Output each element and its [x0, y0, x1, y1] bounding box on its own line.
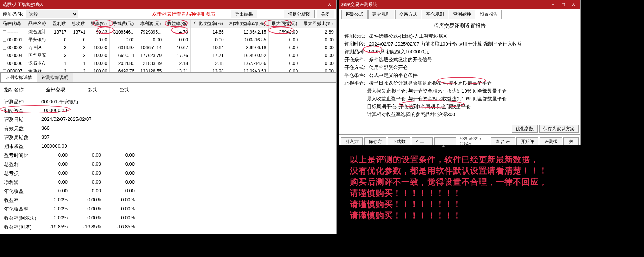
col-header[interactable]: 相对收益率α/β(%) [226, 20, 269, 28]
cell: 13741 [69, 28, 88, 36]
cell: 2.18 [164, 59, 191, 67]
detail-label: 评测日期 [4, 116, 41, 123]
report-tab[interactable]: 评测品种 [449, 10, 475, 19]
checkbox-icon[interactable] [3, 62, 6, 65]
cell: 0.00 [300, 44, 336, 51]
detail-value: 0.00% [41, 206, 75, 213]
col-header[interactable]: 最大回撤(元) [269, 20, 300, 28]
detail-value: 0.00% [109, 215, 142, 222]
table-row[interactable]: -------综合统计137171374199.833108546...7929… [0, 28, 336, 36]
close-icon[interactable]: X [325, 0, 334, 9]
detail-label: 总亏损 [4, 170, 41, 177]
detail-row: 收益率(贝塔)-16.85%-16.85%-16.85% [4, 223, 332, 232]
detail-value: 0.00 [41, 233, 75, 239]
cell: 13.09/-3.53 [226, 67, 269, 73]
tab-explain[interactable]: 评测指标说明 [37, 73, 73, 82]
checkbox-icon[interactable] [3, 54, 6, 57]
detail-value: 0 [41, 242, 75, 248]
table-row[interactable]: 000006深振业A11100.002034.8021833.892.182.1… [0, 59, 336, 67]
close-button-right[interactable]: 关闭 [563, 137, 579, 145]
report-value: 条件选股公式-(日线)-人工智能抄底X [369, 32, 447, 40]
cell: 万 科A [26, 44, 50, 51]
detail-row: 总亏损0.000.000.00 [4, 169, 332, 178]
detail-row: 期末权益1000000.00 [4, 142, 332, 151]
report-tab[interactable]: 平仓规则 [422, 10, 448, 19]
download-button[interactable]: 下载数据 [388, 137, 410, 145]
table-row[interactable]: 000002万 科A33100.006319.97106651.1410.671… [0, 44, 336, 51]
filter-label: 评测条件: [3, 11, 24, 18]
report-value: 按当日收盘价计算是否满足止损条件,按本周期最高价平仓 [369, 79, 492, 87]
detail-value: 366 [41, 125, 57, 132]
table-row[interactable]: 000007全新好33100.006492.76133126.5513.3113… [0, 67, 336, 73]
close-button[interactable]: 关闭 [317, 10, 334, 18]
save-default-button[interactable]: 保存为默认方案 [539, 125, 579, 133]
titlebar-left: 选股-人工智能抄底X X [0, 0, 336, 9]
minimize-icon[interactable]: − [548, 0, 557, 9]
cell: 6492.76 [110, 67, 137, 73]
close-icon[interactable]: X [569, 0, 578, 9]
save-plan-button[interactable]: 保存方案 [364, 137, 386, 145]
warning-line: 请谨慎购买！！！！！！！！ [350, 199, 569, 210]
detail-value: 0.00 [109, 161, 142, 168]
detail-value: 0.00 [75, 188, 109, 195]
tab-detail[interactable]: 评测指标详情 [0, 73, 37, 82]
eval-system-window: 程序交易评测系统 − □ X 评测公式建仓规则交易方式平仓规则评测品种设置报告 … [339, 0, 581, 145]
col-header[interactable]: 盈利数 [50, 20, 69, 28]
detail-label: 年化收益率 [4, 206, 41, 213]
import-button[interactable]: 引入方案 [341, 137, 363, 145]
checkbox-icon[interactable] [3, 69, 6, 73]
col-header[interactable]: 手续费(元) [110, 20, 137, 28]
report-key: 评测公式: [344, 32, 369, 40]
col-header[interactable]: 总次数 [69, 20, 88, 28]
report-value: 2024/02/07-2025/02/07 向前多取100个数据用于计算 强制平… [369, 40, 522, 48]
detail-row: 净利润0.000.000.00 [4, 178, 332, 187]
prev-button[interactable]: < 上一步 [412, 137, 433, 145]
checkbox-icon[interactable] [3, 30, 6, 34]
detail-label: 收益率 [4, 197, 41, 204]
switch-chart-button[interactable]: 切换分析图 [284, 10, 315, 18]
report-line: 止损平仓:按当日收盘价计算是否满足止损条件,按本周期最高价平仓 [344, 79, 575, 87]
checkbox-icon[interactable] [3, 46, 6, 50]
detail-value: 1000000.00 [41, 143, 75, 150]
col-header[interactable]: 品种名称 [26, 20, 50, 28]
table-row[interactable]: 000001平安银行000.000.000.000.000.000.00/-16… [0, 36, 336, 44]
combo-eval-button[interactable]: 组合评测v [491, 137, 515, 145]
detail-row: 收益率0.00%0.00%0.00% [4, 196, 332, 205]
detail-value: 0.00 [41, 152, 75, 159]
detail-value: 2024/02/07-2025/02/07 [41, 116, 99, 123]
detail-row: 评测品种000001-平安银行 [4, 97, 332, 106]
col-header[interactable]: 年化收益率(%) [190, 20, 226, 28]
report-tab[interactable]: 交易方式 [395, 10, 421, 19]
report-tab[interactable]: 评测公式 [341, 10, 368, 19]
report-tab[interactable]: 建仓规则 [368, 10, 394, 19]
detail-value: 0.00% [75, 215, 109, 222]
col-header[interactable]: 胜率(%) [88, 20, 110, 28]
cell: 7929895... [137, 28, 164, 36]
col-header[interactable]: 最大回撤比(%) [300, 20, 336, 28]
detail-row: 评测日期2024/02/07-2025/02/07 [4, 115, 332, 124]
cell: 0.00 [269, 51, 300, 59]
report-value: 公式中定义的平仓条件 [369, 71, 418, 79]
cell: 106651.14 [137, 44, 164, 51]
checkbox-icon[interactable] [3, 38, 6, 42]
results-table-wrap: 品种代码品种名称盈利数总次数胜率(%)手续费(元)净利润(元)收益率(%)年化收… [0, 20, 336, 73]
col-header[interactable]: 品种代码 [0, 20, 26, 28]
optimize-button[interactable]: 优化参数 [512, 125, 538, 133]
cell: ------- [0, 28, 26, 36]
eval-report-button[interactable]: 评测报告 [540, 137, 562, 145]
cell: 13.28 [190, 67, 226, 73]
report-value: 5395只 初始投入1000000元 [369, 48, 429, 56]
col-header[interactable]: 净利润(元) [137, 20, 164, 28]
table-row[interactable]: 000004国华网安33100.006690.11177623.7917.761… [0, 51, 336, 59]
cell: 100.00 [88, 51, 110, 59]
detail-value: 0.00 [75, 170, 109, 177]
report-tab[interactable]: 设置报告 [476, 10, 502, 19]
detail-value: 000001-平安银行 [41, 98, 86, 105]
start-eval-button[interactable]: 开始评测 [516, 137, 538, 145]
filter-select[interactable]: 选股 [26, 10, 78, 18]
col-header[interactable]: 收益率(%) [164, 20, 191, 28]
export-button[interactable]: 导出结果 [231, 10, 257, 18]
detail-col-header: 空头 [120, 87, 129, 93]
cell: 0.00 [300, 67, 336, 73]
maximize-icon[interactable]: □ [559, 0, 568, 9]
